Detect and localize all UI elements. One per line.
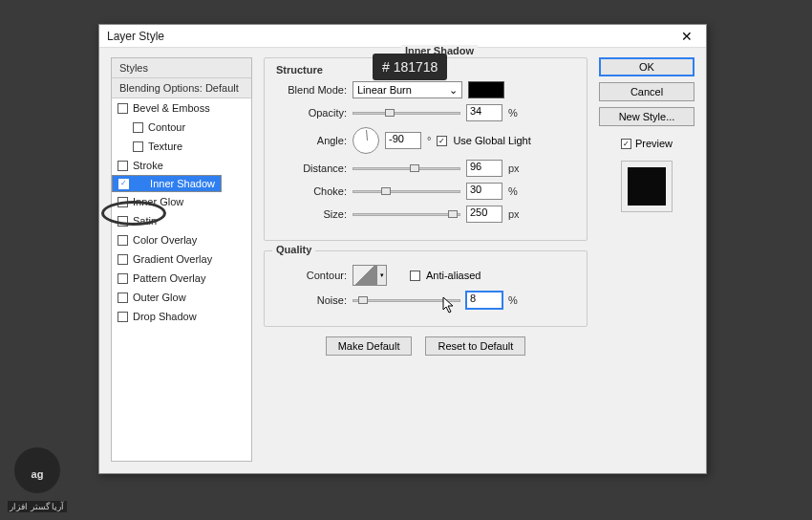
item-stroke[interactable]: Stroke [112, 156, 251, 175]
blend-mode-select[interactable]: Linear Burn⌄ [353, 81, 462, 98]
size-field[interactable]: 250 [466, 206, 502, 223]
layer-style-dialog: Layer Style ✕ Styles Blending Options: D… [98, 24, 707, 474]
item-drop-shadow[interactable]: Drop Shadow [112, 307, 251, 326]
size-row: Size: 250 px [274, 206, 577, 223]
item-gradient-overlay[interactable]: Gradient Overlay [112, 249, 251, 269]
cancel-button[interactable]: Cancel [599, 82, 694, 101]
item-label: Stroke [133, 160, 163, 171]
quality-fieldset: Quality Contour: ▾ Anti-aliased Noise: 8… [264, 250, 588, 327]
contour-picker[interactable]: ▾ [353, 265, 387, 286]
blend-mode-value: Linear Burn [357, 84, 412, 96]
item-inner-glow[interactable]: Inner Glow [112, 192, 251, 211]
item-label: Texture [148, 141, 182, 152]
checkbox-icon[interactable] [118, 216, 128, 227]
noise-field[interactable]: 8 [466, 292, 502, 309]
blend-mode-label: Blend Mode: [274, 84, 347, 96]
item-bevel-emboss[interactable]: Bevel & Emboss [112, 98, 251, 118]
dialog-body: Styles Blending Options: Default Bevel &… [99, 48, 706, 473]
item-contour[interactable]: Contour [112, 118, 251, 137]
preview-checkbox[interactable]: ✓ [621, 139, 631, 149]
checkbox-icon[interactable] [118, 161, 128, 171]
new-style-button[interactable]: New Style... [599, 107, 694, 126]
item-inner-shadow[interactable]: ✓Inner Shadow [112, 175, 222, 192]
angle-label: Angle: [274, 135, 347, 146]
item-color-overlay[interactable]: Color Overlay [112, 230, 251, 249]
svg-text:ag: ag [32, 468, 44, 480]
make-default-button[interactable]: Make Default [326, 336, 413, 356]
item-label: Outer Glow [133, 292, 186, 303]
close-icon[interactable]: ✕ [675, 29, 698, 44]
contour-row: Contour: ▾ Anti-aliased [274, 265, 577, 286]
angle-field[interactable]: -90 [385, 132, 421, 149]
structure-fieldset: Inner Shadow Structure Blend Mode: Linea… [264, 57, 588, 241]
checkbox-icon[interactable] [118, 312, 128, 322]
distance-field[interactable]: 96 [466, 160, 502, 177]
item-label: Bevel & Emboss [133, 102, 210, 114]
item-label: Pattern Overlay [133, 272, 205, 284]
choke-row: Choke: 30 % [274, 183, 577, 200]
styles-panel: Styles Blending Options: Default Bevel &… [111, 57, 252, 462]
unit-px: px [508, 208, 520, 220]
item-satin[interactable]: Satin [112, 211, 251, 230]
choke-field[interactable]: 30 [466, 183, 502, 200]
checkbox-icon[interactable] [118, 103, 128, 114]
angle-wrap: -90 ° ✓ Use Global Light [353, 127, 531, 154]
global-light-checkbox[interactable]: ✓ [437, 136, 447, 146]
settings-panel: Inner Shadow Structure Blend Mode: Linea… [264, 57, 588, 462]
styles-header[interactable]: Styles [112, 58, 251, 78]
distance-label: Distance: [274, 162, 347, 174]
size-label: Size: [274, 208, 347, 220]
angle-dial[interactable] [353, 127, 379, 154]
opacity-label: Opacity: [274, 107, 347, 119]
checkbox-icon[interactable] [133, 122, 143, 133]
contour-label: Contour: [274, 270, 347, 281]
blending-options[interactable]: Blending Options: Default [112, 78, 251, 98]
checkbox-icon[interactable] [118, 273, 128, 284]
choke-slider[interactable] [353, 184, 460, 198]
opacity-field[interactable]: 34 [466, 104, 502, 121]
item-label: Contour [148, 121, 185, 133]
checkbox-icon[interactable] [118, 197, 128, 207]
global-light-label: Use Global Light [453, 135, 530, 146]
item-label: Drop Shadow [133, 311, 197, 322]
distance-slider[interactable] [353, 162, 460, 175]
dialog-title: Layer Style [107, 30, 164, 43]
distance-row: Distance: 96 px [274, 160, 577, 177]
item-label: Inner Glow [133, 196, 183, 207]
item-label: Satin [133, 215, 157, 227]
noise-slider[interactable] [353, 293, 460, 307]
unit-percent: % [508, 294, 518, 306]
checkbox-icon[interactable] [118, 254, 128, 265]
item-label: Gradient Overlay [133, 253, 212, 265]
reset-default-button[interactable]: Reset to Default [425, 336, 525, 356]
watermark-logo: ag آریا گستر افزار [8, 444, 67, 512]
choke-label: Choke: [274, 185, 347, 197]
unit-percent: % [508, 107, 518, 119]
checkbox-icon[interactable] [118, 235, 128, 246]
noise-row: Noise: 8 % [274, 292, 577, 309]
anti-aliased-label: Anti-aliased [426, 270, 481, 281]
contour-preview-icon [353, 265, 377, 286]
preview-box [621, 161, 673, 212]
chevron-down-icon[interactable]: ▾ [377, 265, 387, 286]
ok-button[interactable]: OK [599, 57, 694, 76]
color-swatch[interactable] [468, 81, 504, 98]
item-label: Color Overlay [133, 234, 197, 246]
checkbox-icon[interactable]: ✓ [118, 179, 129, 189]
checkbox-icon[interactable] [133, 141, 143, 152]
item-texture[interactable]: Texture [112, 137, 251, 156]
action-panel: OK Cancel New Style... ✓ Preview [599, 57, 694, 462]
item-outer-glow[interactable]: Outer Glow [112, 288, 251, 307]
anti-aliased-checkbox[interactable] [410, 271, 420, 281]
item-pattern-overlay[interactable]: Pattern Overlay [112, 269, 251, 288]
quality-legend: Quality [272, 244, 315, 255]
checkbox-icon[interactable] [118, 292, 128, 303]
blend-mode-row: Blend Mode: Linear Burn⌄ [274, 81, 577, 98]
unit-percent: % [508, 185, 518, 197]
preview-swatch [628, 167, 666, 206]
item-label: Inner Shadow [150, 178, 215, 189]
size-slider[interactable] [353, 207, 460, 221]
unit-degree: ° [427, 135, 431, 146]
opacity-slider[interactable] [353, 106, 460, 119]
angle-row: Angle: -90 ° ✓ Use Global Light [274, 127, 577, 154]
